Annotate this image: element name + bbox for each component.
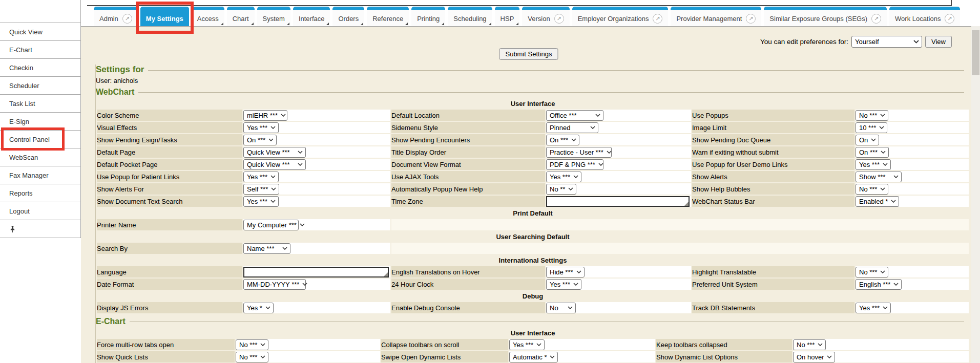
tab-similar-exposure-groups-segs[interactable]: Similar Exposure Groups (SEGs)↗ — [764, 7, 887, 26]
show-help-bubbles-select[interactable]: No *** — [856, 184, 888, 195]
tab-system[interactable]: System — [257, 7, 290, 26]
view-button[interactable]: View — [925, 36, 952, 48]
show-pending-esign-tasks-select[interactable]: On *** — [243, 135, 277, 145]
tab-work-locations[interactable]: Work Locations↗ — [889, 7, 960, 26]
show-alerts-for-select[interactable]: Self *** — [243, 184, 279, 195]
tab-scheduling[interactable]: Scheduling — [448, 7, 492, 26]
swipe-open-dynamic-lists-select[interactable]: Automatic * — [509, 352, 558, 362]
settings-row: Show Pending Esign/TasksOn ***Show Pendi… — [97, 134, 969, 145]
tab-access[interactable]: Access — [192, 7, 224, 26]
red-highlight-box — [1, 127, 65, 151]
sidebar-item-e-sign[interactable]: E-Sign — [0, 113, 80, 131]
sidebar-item-scheduler[interactable]: Scheduler — [0, 77, 80, 95]
track-db-statements-select[interactable]: Yes *** — [856, 303, 891, 313]
sidebar-item-fax-manager[interactable]: Fax Manager — [0, 166, 80, 184]
sidebar-item-task-list[interactable]: Task List — [0, 95, 80, 113]
setting-label: Title Display Order — [391, 146, 545, 158]
show-quick-lists-select[interactable]: No *** — [236, 352, 268, 362]
search-by-select[interactable]: Name *** — [243, 243, 290, 254]
tab-my-settings[interactable]: My Settings — [140, 7, 189, 26]
open-in-new-icon[interactable]: ↗ — [554, 14, 564, 24]
date-format-select[interactable]: MM-DD-YYYY *** — [243, 279, 306, 290]
collapse-toolbars-on-scroll-select[interactable]: Yes *** — [509, 339, 545, 350]
sidebar-item-control-panel[interactable]: Control Panel — [0, 131, 80, 148]
vertical-scrollbar[interactable] — [971, 26, 980, 363]
force-multi-row-tabs-open-select[interactable]: No *** — [236, 339, 268, 350]
edit-preferences-select[interactable]: Yourself — [851, 36, 922, 48]
show-pending-doc-queue-select[interactable]: On — [856, 135, 879, 145]
group-title: User Searching Default — [97, 231, 969, 242]
default-page-select[interactable]: Quick View *** — [243, 147, 306, 158]
open-in-new-icon[interactable]: ↗ — [122, 14, 132, 24]
tab-hsp[interactable]: HSP — [495, 7, 520, 26]
highlight-translatable-select[interactable]: No *** — [856, 267, 888, 277]
visual-effects-select[interactable]: Yes *** — [243, 122, 279, 133]
show-pending-encounters-select[interactable]: On *** — [546, 135, 579, 145]
tab-orders[interactable]: Orders — [332, 7, 364, 26]
setting-value-cell: No — [546, 302, 691, 313]
language-input[interactable] — [243, 267, 389, 277]
image-limit-select[interactable]: 10 *** — [856, 122, 887, 133]
time-zone-input[interactable] — [546, 196, 690, 207]
use-popups-select[interactable]: No *** — [856, 110, 888, 121]
tab-label: Orders — [338, 15, 359, 23]
select-value: Yes *** — [513, 341, 533, 349]
sidebar-item-quick-view[interactable]: Quick View — [0, 23, 80, 41]
use-ajax-tools-select[interactable]: Yes *** — [546, 172, 581, 182]
tab-printing[interactable]: Printing — [411, 7, 445, 26]
open-in-new-icon[interactable]: ↗ — [653, 14, 662, 24]
enable-debug-console-select[interactable]: No — [546, 303, 576, 313]
open-in-new-icon[interactable]: ↗ — [871, 14, 881, 24]
24-hour-clock-select[interactable]: Yes *** — [546, 279, 581, 290]
settings-row: LanguageEnglish Translations on HoverHid… — [97, 266, 969, 277]
submit-settings-button[interactable]: Submit Settings — [499, 48, 558, 60]
sidebar-pin-toggle[interactable] — [0, 220, 80, 238]
keep-toolbars-collapsed-select[interactable]: No *** — [793, 339, 826, 350]
setting-label: Use AJAX Tools — [391, 171, 545, 182]
setting-label: Show Pending Encounters — [391, 134, 545, 145]
title-display-order-select[interactable]: Practice - User *** — [546, 147, 612, 158]
default-pocket-page-select[interactable]: Quick View *** — [243, 159, 306, 170]
chevron-down-icon — [881, 151, 886, 154]
select-value: 10 *** — [859, 124, 876, 132]
scrollbar-thumb[interactable] — [972, 30, 979, 75]
tab-reference[interactable]: Reference — [367, 7, 409, 26]
tab-provider-management[interactable]: Provider Management↗ — [671, 7, 761, 26]
preferred-unit-system-select[interactable]: English *** — [856, 279, 902, 290]
color-scheme-select[interactable]: miEHR *** — [243, 110, 287, 121]
tab-chart[interactable]: Chart — [227, 7, 255, 26]
sidebar-item-logout[interactable]: Logout — [0, 202, 80, 220]
show-dynamic-list-options-select[interactable]: On hover — [793, 352, 835, 362]
document-view-format-select[interactable]: PDF & PNG *** — [546, 159, 603, 170]
setting-label: English Translations on Hover — [391, 266, 545, 277]
sidebar-item-checkin[interactable]: Checkin — [0, 59, 80, 77]
select-value: No *** — [797, 341, 815, 349]
open-in-new-icon[interactable]: ↗ — [945, 14, 954, 24]
english-translations-on-hover-select[interactable]: Hide *** — [546, 267, 585, 277]
tab-employer-organizations[interactable]: Employer Organizations↗ — [572, 7, 669, 26]
webchart-status-bar-select[interactable]: Enabled * — [856, 196, 899, 207]
select-value: Yes *** — [247, 198, 267, 205]
chevron-down-icon — [282, 247, 287, 250]
printer-name-select[interactable]: My Computer *** — [243, 220, 299, 230]
display-js-errors-select[interactable]: Yes * — [243, 303, 274, 313]
show-alerts-select[interactable]: Show *** — [856, 172, 902, 182]
select-value: No — [550, 304, 558, 312]
tab-interface[interactable]: Interface — [293, 7, 330, 26]
default-location-select[interactable]: Office *** — [546, 110, 603, 121]
sidebar-item-e-chart[interactable]: E-Chart — [0, 41, 80, 59]
sidebar-item-reports[interactable]: Reports — [0, 184, 80, 202]
tab-version[interactable]: Version↗ — [522, 7, 569, 26]
sidebar-item-webscan[interactable]: WebScan — [0, 148, 80, 166]
setting-value-cell: MM-DD-YYYY *** — [243, 279, 390, 290]
tab-admin[interactable]: Admin↗ — [94, 7, 138, 26]
use-popup-for-user-demo-links-select[interactable]: Yes *** — [856, 159, 891, 170]
show-document-text-search-select[interactable]: Yes *** — [243, 196, 279, 207]
open-in-new-icon[interactable]: ↗ — [746, 14, 756, 24]
use-popup-for-patient-links-select[interactable]: Yes *** — [243, 172, 279, 182]
sidemenu-style-select[interactable]: Pinned — [546, 122, 598, 133]
edit-preferences-value: Yourself — [855, 38, 879, 46]
automatically-popup-new-help-select[interactable]: No ** — [546, 184, 576, 195]
tab-label: Employer Organizations — [578, 15, 649, 23]
warn-if-exiting-without-submit-select[interactable]: On *** — [856, 147, 889, 158]
